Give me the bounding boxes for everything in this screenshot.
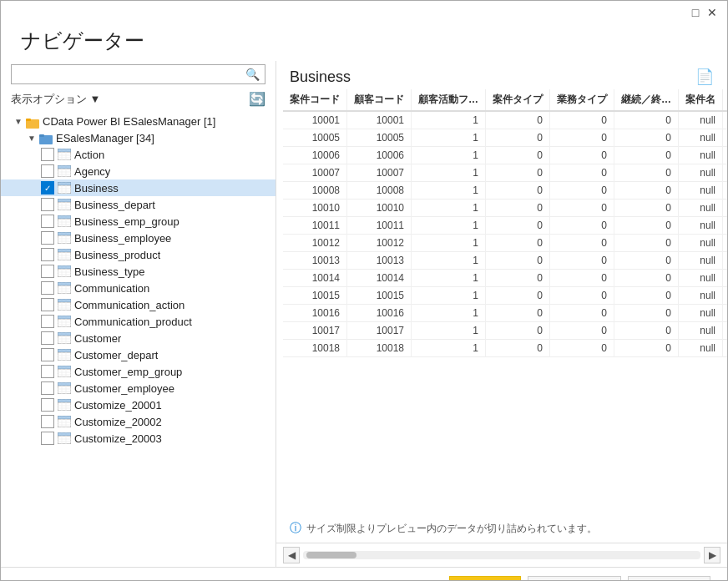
checkbox[interactable] bbox=[41, 164, 54, 178]
tree-item-label: Customize_20001 bbox=[74, 399, 162, 412]
search-input[interactable] bbox=[17, 68, 245, 81]
checkbox[interactable] bbox=[41, 265, 54, 278]
tree-item[interactable]: Business_depart bbox=[1, 196, 276, 213]
table-cell: 10013 bbox=[283, 252, 347, 270]
checkbox[interactable] bbox=[41, 398, 54, 412]
refresh-icon[interactable]: 🔄 bbox=[249, 91, 265, 107]
scroll-left-button[interactable]: ◀ bbox=[283, 547, 300, 563]
table-cell: 0 bbox=[486, 287, 550, 305]
table-cell: 0 bbox=[486, 235, 550, 252]
table-cell: 10015 bbox=[347, 287, 412, 305]
checkbox[interactable] bbox=[41, 365, 54, 378]
tree-item[interactable]: Communication bbox=[1, 280, 276, 296]
checkbox[interactable] bbox=[41, 215, 54, 228]
checkbox[interactable] bbox=[41, 231, 54, 245]
column-header: 部署 bbox=[723, 89, 728, 111]
chevron-down-icon: ▼ bbox=[14, 117, 26, 126]
scroll-thumb[interactable] bbox=[306, 552, 356, 558]
checkbox[interactable] bbox=[41, 348, 54, 361]
checkbox[interactable] bbox=[41, 331, 54, 345]
svg-rect-67 bbox=[58, 282, 71, 285]
tree-item[interactable]: Customize_20002 bbox=[1, 413, 276, 430]
checkbox[interactable] bbox=[41, 181, 54, 195]
load-button[interactable]: 読み込み bbox=[449, 576, 521, 582]
chevron-down-icon: ▼ bbox=[28, 134, 39, 143]
tree-item-label: Agency bbox=[74, 165, 110, 178]
tree-item[interactable]: Customize_20001 bbox=[1, 397, 276, 413]
table-cell: 0 bbox=[614, 182, 679, 200]
tree-item[interactable]: Business_type bbox=[1, 263, 276, 280]
table-cell: 0 bbox=[550, 235, 614, 252]
tree-item-root[interactable]: ▼ CData Power BI ESalesManager [1] bbox=[1, 114, 276, 130]
tree-area[interactable]: ▼ CData Power BI ESalesManager [1] ▼ ESa… bbox=[1, 112, 276, 567]
tree-item[interactable]: Business_employee bbox=[1, 230, 276, 246]
table-cell: 10001 bbox=[347, 111, 412, 129]
table-cell: null bbox=[679, 322, 723, 340]
checkbox[interactable] bbox=[41, 415, 54, 428]
tree-item-label: Business bbox=[74, 182, 119, 195]
table-icon bbox=[58, 399, 71, 411]
data-table-wrap[interactable]: 案件コード顧客コード顧客活動フ…案件タイプ業務タイプ継続／終…案件名部署 100… bbox=[276, 89, 727, 514]
close-button[interactable]: ✕ bbox=[704, 4, 720, 21]
checkbox[interactable] bbox=[41, 198, 54, 211]
tree-item-label: Action bbox=[74, 149, 104, 161]
table-cell bbox=[723, 235, 728, 252]
svg-rect-4 bbox=[39, 134, 44, 137]
checkbox[interactable] bbox=[41, 381, 54, 395]
table-row: 10001100011000null bbox=[283, 111, 727, 129]
scroll-track[interactable] bbox=[303, 551, 700, 559]
tree-item-esalesmanager[interactable]: ▼ ESalesManager [34] bbox=[1, 130, 276, 147]
horizontal-scrollbar[interactable]: ◀ ▶ bbox=[276, 543, 727, 567]
tree-item[interactable]: Business_emp_group bbox=[1, 213, 276, 230]
checkbox[interactable] bbox=[41, 315, 54, 328]
tree-item[interactable]: Customer_employee bbox=[1, 380, 276, 397]
checkbox[interactable] bbox=[41, 432, 54, 445]
table-cell: 1 bbox=[412, 235, 486, 252]
table-cell: 10015 bbox=[283, 287, 347, 305]
svg-rect-116 bbox=[58, 399, 71, 402]
tree-item[interactable]: Communication_action bbox=[1, 296, 276, 313]
table-cell: 0 bbox=[614, 322, 679, 340]
tree-item-label: Business_type bbox=[74, 265, 145, 278]
checkbox[interactable] bbox=[41, 298, 54, 311]
table-cell: 10008 bbox=[347, 182, 412, 200]
svg-rect-18 bbox=[58, 165, 71, 169]
table-icon bbox=[58, 249, 71, 260]
tree-item[interactable]: Customer bbox=[1, 330, 276, 346]
minimize-button[interactable]: □ bbox=[687, 4, 704, 21]
truncate-notice: ⓘ サイズ制限よりプレビュー内のデータが切り詰められています。 bbox=[276, 514, 727, 543]
tree-item[interactable]: Customize_20003 bbox=[1, 430, 276, 447]
table-cell: 10001 bbox=[283, 111, 347, 129]
table-cell: 0 bbox=[550, 164, 614, 182]
transform-button[interactable]: データの変換 bbox=[528, 576, 621, 582]
scroll-right-button[interactable]: ▶ bbox=[704, 547, 720, 563]
table-cell: null bbox=[679, 217, 723, 235]
export-icon[interactable]: 📄 bbox=[695, 68, 714, 86]
table-cell bbox=[723, 217, 728, 235]
display-options-button[interactable]: 表示オプション ▼ bbox=[11, 92, 100, 107]
table-cell: 10016 bbox=[347, 305, 412, 322]
table-cell: 10012 bbox=[283, 235, 347, 252]
tree-item[interactable]: Customer_depart bbox=[1, 346, 276, 363]
tree-item[interactable]: Customer_emp_group bbox=[1, 363, 276, 380]
table-cell: 0 bbox=[614, 129, 679, 147]
checkbox[interactable] bbox=[41, 248, 54, 261]
tree-item-label: Communication_product bbox=[74, 316, 192, 328]
tree-item[interactable]: Business_product bbox=[1, 246, 276, 263]
checkbox[interactable] bbox=[41, 281, 54, 295]
table-cell: 0 bbox=[486, 200, 550, 217]
tree-item[interactable]: Communication_product bbox=[1, 313, 276, 330]
search-bar[interactable]: 🔍 bbox=[11, 64, 265, 84]
tree-item[interactable]: Agency bbox=[1, 163, 276, 179]
table-row: 10014100141000null bbox=[283, 270, 727, 287]
table-cell: 1 bbox=[412, 252, 486, 270]
table-cell: 0 bbox=[614, 164, 679, 182]
table-cell: 1 bbox=[412, 340, 486, 357]
tree-item[interactable]: Business bbox=[1, 179, 276, 196]
cancel-button[interactable]: キャンセル bbox=[628, 576, 710, 582]
checkbox[interactable] bbox=[41, 148, 54, 161]
tree-item[interactable]: Action bbox=[1, 146, 276, 163]
table-cell: 10006 bbox=[347, 147, 412, 164]
footer: 読み込み データの変換 キャンセル bbox=[1, 567, 727, 581]
table-cell: 0 bbox=[550, 252, 614, 270]
